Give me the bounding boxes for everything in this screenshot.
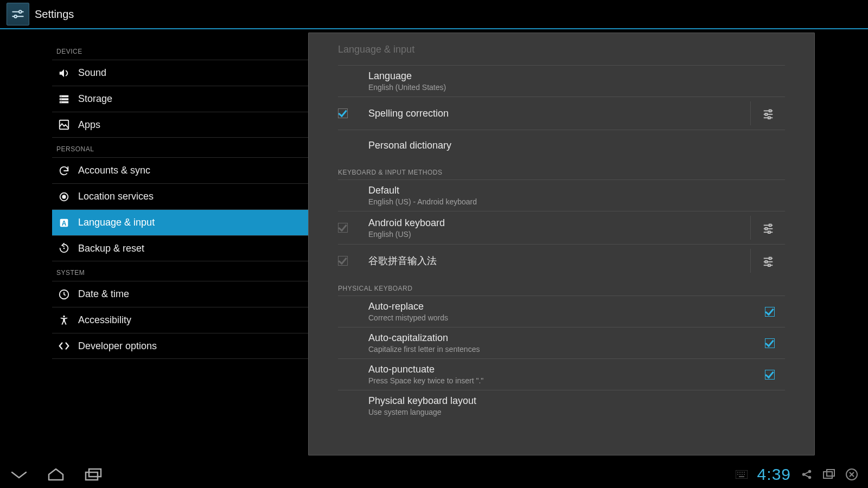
status-clock[interactable]: 4:39 — [757, 465, 791, 484]
sidebar-item-sound[interactable]: Sound — [52, 60, 308, 86]
action-bar: Settings — [0, 0, 868, 29]
row-label: Language — [368, 70, 785, 82]
row-label: Android keyboard — [368, 217, 746, 229]
keyboard-status-icon — [736, 470, 748, 479]
sidebar-item-date-time[interactable]: Date & time — [52, 281, 308, 307]
sync-icon — [58, 164, 71, 177]
row-spelling-correction[interactable]: Spelling correction — [338, 97, 785, 130]
sidebar-item-label: Apps — [78, 119, 100, 131]
row-auto-punctuate[interactable]: Auto-punctuate Press Space key twice to … — [338, 358, 785, 390]
row-label: Personal dictionary — [368, 140, 785, 151]
checkbox-auto-replace[interactable] — [765, 307, 775, 317]
screenshot-icon[interactable] — [822, 468, 835, 480]
row-value: English (US) - Android keyboard — [368, 197, 785, 206]
pane-title: Language & input — [309, 33, 814, 65]
row-personal-dictionary[interactable]: Personal dictionary — [338, 130, 785, 161]
row-value: Correct mistyped words — [368, 313, 755, 322]
sidebar-item-label: Accounts & sync — [78, 165, 150, 176]
checkbox-auto-capitalization[interactable] — [765, 338, 775, 348]
language-input-icon: A — [58, 216, 71, 229]
settings-button-android-keyboard[interactable] — [750, 216, 785, 240]
svg-rect-22 — [768, 117, 770, 119]
sidebar-item-label: Date & time — [78, 288, 129, 300]
row-value: Use system language — [368, 408, 785, 416]
checkbox-android-keyboard[interactable] — [338, 223, 348, 233]
tune-icon — [762, 255, 774, 267]
section-physical-keyboard: PHYSICAL KEYBOARD — [338, 285, 785, 292]
svg-point-42 — [737, 474, 738, 475]
row-google-pinyin[interactable]: 谷歌拼音输入法 — [338, 244, 785, 277]
svg-point-43 — [739, 474, 741, 475]
close-icon[interactable] — [845, 468, 858, 481]
sidebar-item-label: Sound — [78, 67, 106, 79]
row-value: Capitalize first letter in sentences — [368, 345, 755, 354]
svg-rect-33 — [765, 261, 767, 263]
sidebar-item-backup-reset[interactable]: Backup & reset — [52, 235, 308, 261]
sidebar-item-accounts-sync[interactable]: Accounts & sync — [52, 157, 308, 183]
sidebar-item-location[interactable]: Location services — [52, 183, 308, 209]
row-label: Spelling correction — [368, 108, 746, 119]
sidebar-item-label: Storage — [78, 93, 112, 105]
row-label: Auto-punctuate — [368, 364, 755, 375]
svg-point-3 — [14, 15, 17, 18]
checkbox-google-pinyin[interactable] — [338, 256, 348, 266]
sidebar-category-system: SYSTEM — [52, 261, 308, 281]
recent-apps-button[interactable] — [84, 467, 102, 482]
svg-line-50 — [805, 472, 808, 474]
checkbox-spelling-correction[interactable] — [338, 108, 348, 118]
sidebar-item-label: Accessibility — [78, 314, 131, 326]
svg-point-15 — [63, 248, 65, 249]
svg-point-8 — [61, 99, 61, 99]
svg-rect-20 — [769, 110, 771, 112]
row-language[interactable]: Language English (United States) — [338, 65, 785, 97]
svg-line-51 — [805, 475, 808, 477]
svg-rect-27 — [765, 228, 767, 230]
row-physical-keyboard-layout[interactable]: Physical keyboard layout Use system lang… — [338, 390, 785, 421]
location-icon — [58, 190, 71, 203]
row-android-keyboard[interactable]: Android keyboard English (US) — [338, 211, 785, 244]
row-default-keyboard[interactable]: Default English (US) - Android keyboard — [338, 179, 785, 211]
detail-pane: Language & input Language English (Unite… — [308, 33, 815, 455]
sidebar-item-developer-options[interactable]: Developer options — [52, 333, 308, 359]
storage-icon — [58, 93, 71, 106]
tune-icon — [762, 107, 774, 119]
sidebar-category-personal: PERSONAL — [52, 138, 308, 157]
svg-text:A: A — [62, 219, 67, 227]
svg-point-45 — [744, 474, 745, 475]
svg-point-38 — [737, 472, 738, 473]
sidebar-category-device: DEVICE — [52, 40, 308, 60]
sidebar-item-accessibility[interactable]: Accessibility — [52, 307, 308, 333]
sidebar-item-label: Language & input — [78, 217, 155, 228]
svg-point-9 — [61, 101, 61, 102]
svg-rect-21 — [765, 113, 767, 115]
row-label: Auto-capitalization — [368, 332, 755, 344]
svg-point-12 — [62, 195, 66, 198]
settings-app-icon — [7, 3, 29, 25]
back-button[interactable] — [10, 468, 28, 481]
sidebar-item-language-input[interactable]: A Language & input — [52, 209, 308, 235]
apps-icon — [58, 118, 71, 131]
svg-rect-26 — [769, 224, 771, 227]
action-bar-title: Settings — [35, 8, 74, 21]
row-auto-replace[interactable]: Auto-replace Correct mistyped words — [338, 296, 785, 327]
sidebar-item-storage[interactable]: Storage — [52, 86, 308, 112]
svg-rect-53 — [827, 470, 834, 476]
svg-point-7 — [61, 95, 61, 96]
settings-button-google-pinyin[interactable] — [750, 249, 785, 273]
svg-point-44 — [742, 474, 743, 475]
clock-icon — [58, 288, 71, 301]
sidebar-item-apps[interactable]: Apps — [52, 112, 308, 138]
developer-icon — [58, 339, 71, 352]
row-value: Press Space key twice to insert "." — [368, 376, 755, 385]
share-icon[interactable] — [801, 468, 813, 480]
sidebar-item-label: Location services — [78, 191, 154, 202]
checkbox-auto-punctuate[interactable] — [765, 370, 775, 380]
row-auto-capitalization[interactable]: Auto-capitalization Capitalize first let… — [338, 327, 785, 358]
home-button[interactable] — [47, 467, 65, 482]
section-keyboard-input-methods: KEYBOARD & INPUT METHODS — [338, 169, 785, 176]
accessibility-icon — [58, 314, 71, 327]
svg-point-39 — [739, 472, 741, 473]
row-label: Default — [368, 185, 785, 196]
svg-rect-46 — [739, 476, 744, 477]
settings-button-spelling[interactable] — [750, 101, 785, 125]
